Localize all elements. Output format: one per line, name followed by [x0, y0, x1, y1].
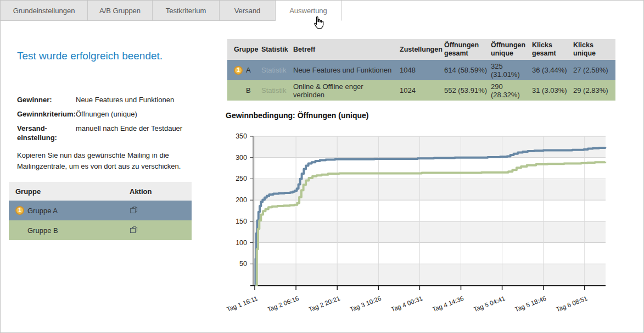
winner-info: Gewinner:Neue Features und FunktionenGew…	[17, 95, 198, 142]
betreff-cell: Neue Features und Funktionen	[293, 60, 400, 80]
statistik-link[interactable]: Statistik	[261, 86, 287, 95]
table-row: 1AStatistikNeue Features und Funktionen1…	[227, 60, 615, 80]
x-tick-label: Tag 4 00:31	[390, 295, 423, 313]
groups-header-gruppe: Gruppe	[9, 187, 130, 196]
y-tick-label: 100	[236, 239, 247, 247]
statistik-link-cell: Statistik	[261, 80, 293, 101]
groups-table-header: Gruppe Aktion	[9, 182, 192, 201]
klicks-gesamt-cell: 36 (3.44%)	[532, 60, 573, 80]
x-tick-label: Tag 5 18:46	[514, 295, 547, 313]
x-tick-label: Tag 5 04:41	[473, 295, 506, 313]
x-tick-label: Tag 2 20:21	[307, 295, 340, 313]
chart-band	[253, 243, 606, 264]
stats-header-6: Klicks gesamt	[532, 39, 573, 60]
statistik-link[interactable]: Statistik	[261, 66, 287, 74]
x-tick-label: Tag 1 16:11	[226, 295, 259, 313]
stats-header-2: Betreff	[293, 39, 400, 60]
info-row: Gewinner:Neue Features und Funktionen	[17, 95, 198, 104]
y-tick-label: 50	[239, 260, 247, 268]
group-letter: A	[246, 66, 251, 74]
group-name: Gruppe A	[27, 207, 58, 215]
tab-versand[interactable]: Versand	[220, 1, 276, 21]
group-action-cell[interactable]	[130, 206, 192, 216]
oeffnungen-gesamt-cell: 614 (58.59%)	[444, 60, 491, 80]
statistics-table: GruppeStatistikBetreffZustellungenÖffnun…	[227, 39, 615, 101]
stats-header-7: Klicks unique	[573, 39, 615, 60]
info-label: Gewinner:	[17, 95, 76, 104]
tab-grundeinstellungen[interactable]: Grundeinstellungen	[1, 1, 88, 21]
stats-group-cell: B	[227, 80, 261, 101]
winning-condition-chart: 50100150200250300350Tag 1 16:11Tag 2 06:…	[223, 130, 615, 319]
tab-bar: GrundeinstellungenA/B GruppenTestkriteri…	[1, 1, 341, 21]
y-tick-label: 200	[236, 196, 247, 204]
stats-header-4: Öffnungen gesamt	[444, 39, 491, 60]
x-tick-label: Tag 2 06:16	[266, 295, 299, 313]
table-row[interactable]: 1Gruppe A	[9, 201, 192, 220]
tab-auswertung[interactable]: Auswertung	[276, 1, 341, 21]
ab-test-evaluation-page: GrundeinstellungenA/B GruppenTestkriteri…	[0, 0, 644, 333]
table-row[interactable]: Gruppe B	[9, 220, 192, 240]
statistics-table-wrap: GruppeStatistikBetreffZustellungenÖffnun…	[227, 39, 615, 101]
hand-pointer-cursor-icon	[311, 16, 324, 31]
oeffnungen-unique-cell: 290 (28.32%)	[491, 80, 532, 101]
klicks-unique-cell: 27 (2.58%)	[573, 60, 615, 80]
chart-band	[253, 221, 606, 243]
oeffnungen-unique-cell: 325 (31.01%)	[491, 60, 532, 80]
chart-band	[253, 200, 606, 221]
stats-header-3: Zustellungen	[400, 39, 444, 60]
group-letter: B	[246, 86, 251, 95]
winner-medal-icon: 1	[234, 66, 243, 75]
copy-icon[interactable]	[130, 206, 138, 214]
stats-header-1: Statistik	[261, 39, 293, 60]
group-name-cell: Gruppe B	[9, 226, 130, 235]
x-tick-label: Tag 6 08:51	[555, 295, 588, 313]
copy-icon[interactable]	[130, 225, 138, 234]
group-letter-wrap: 1A	[234, 66, 258, 75]
betreff-cell: Online & Offline enger verbinden	[293, 80, 400, 101]
info-value: manuell nach Ende der Testdauer	[76, 124, 182, 142]
chart-band	[253, 136, 606, 158]
chart-band	[253, 264, 606, 285]
copy-instruction-note: Kopieren Sie nun das gewünschte Mailing …	[17, 150, 198, 172]
group-name-cell: 1Gruppe A	[9, 206, 130, 215]
info-label: Gewinnkriterium:	[17, 109, 76, 119]
y-tick-label: 150	[236, 218, 247, 225]
stats-header-5: Öffnungen unique	[491, 39, 532, 60]
stats-header-0: Gruppe	[227, 39, 261, 60]
info-value: Öffnungen (unique)	[76, 109, 137, 119]
result-panel: Test wurde erfolgreich beendet. Gewinner…	[17, 50, 198, 172]
group-letter-wrap: B	[234, 86, 258, 95]
tab-testkriterium[interactable]: Testkriterium	[153, 1, 220, 21]
groups-header-aktion: Aktion	[130, 187, 192, 196]
table-row: BStatistikOnline & Offline enger verbind…	[227, 80, 615, 101]
oeffnungen-gesamt-cell: 552 (53.91%)	[444, 80, 491, 101]
stats-group-cell: 1A	[227, 60, 261, 80]
info-row: Versand-einstellung:manuell nach Ende de…	[17, 124, 198, 142]
winner-medal-icon: 1	[15, 206, 24, 215]
zustellungen-cell: 1048	[400, 60, 444, 80]
info-value: Neue Features und Funktionen	[76, 95, 174, 104]
klicks-unique-cell: 29 (2.83%)	[573, 80, 615, 101]
y-tick-label: 300	[236, 154, 247, 162]
group-name: Gruppe B	[27, 226, 58, 235]
y-tick-label: 350	[236, 132, 247, 140]
x-tick-label: Tag 4 14:36	[432, 295, 464, 313]
y-tick-label: 250	[236, 175, 247, 182]
x-tick-label: Tag 3 10:26	[349, 295, 382, 313]
group-action-cell[interactable]	[130, 225, 192, 236]
klicks-gesamt-cell: 31 (3.03%)	[532, 80, 573, 101]
zustellungen-cell: 1024	[400, 80, 444, 101]
success-heading: Test wurde erfolgreich beendet.	[17, 50, 198, 62]
chart-title: Gewinnbedingung: Öffnungen (unique)	[226, 111, 369, 120]
info-row: Gewinnkriterium:Öffnungen (unique)	[17, 109, 198, 119]
info-label: Versand-einstellung:	[17, 124, 76, 142]
tab-a-b-gruppen[interactable]: A/B Gruppen	[88, 1, 153, 21]
statistik-link-cell: Statistik	[261, 60, 293, 80]
groups-action-table: Gruppe Aktion 1Gruppe AGruppe B	[9, 182, 192, 240]
